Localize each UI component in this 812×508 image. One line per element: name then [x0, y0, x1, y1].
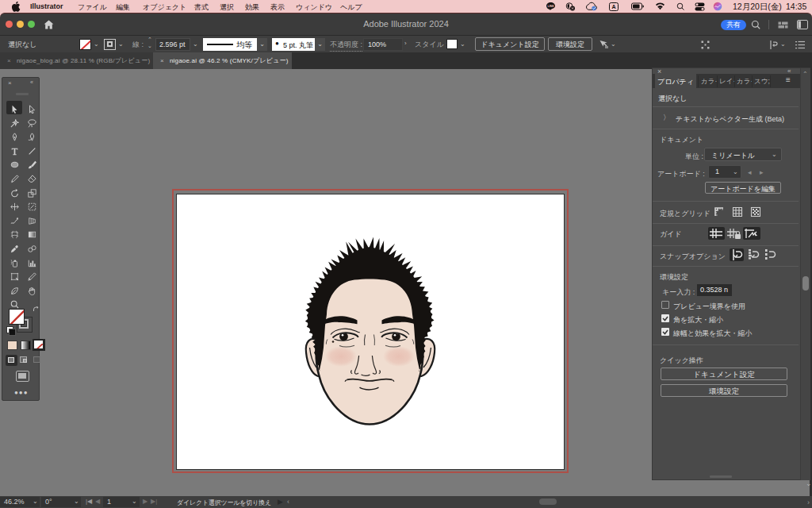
svg-text:LINE: LINE: [548, 5, 555, 8]
svg-text:A: A: [611, 4, 615, 10]
